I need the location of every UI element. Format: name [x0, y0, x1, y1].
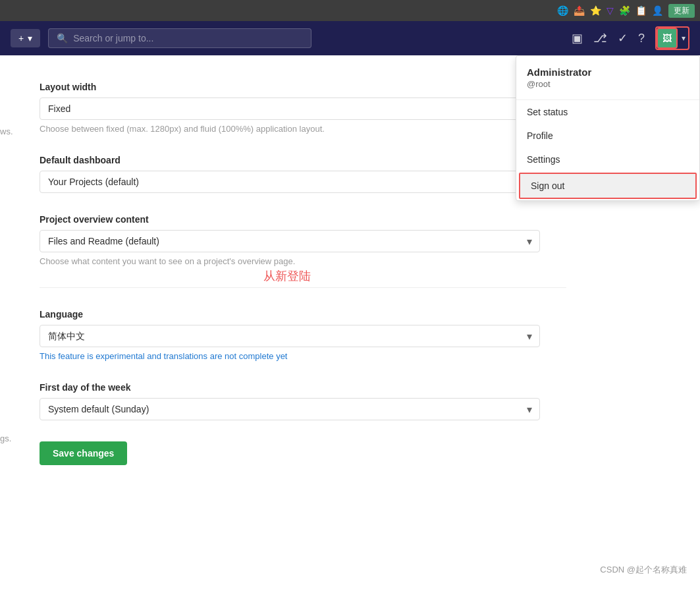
browser-bar: 🌐 📤 ⭐ ▽ 🧩 📋 👤 更新: [0, 0, 700, 21]
browser-icon-viber[interactable]: ▽: [606, 5, 614, 16]
language-label: Language: [40, 309, 660, 320]
merge-requests-icon[interactable]: ⎇: [593, 31, 607, 45]
first-day-select[interactable]: System default (Sunday): [40, 398, 540, 420]
dropdown-handle: @root: [527, 79, 689, 89]
left-edge-ws: ws.: [0, 126, 13, 136]
dropdown-username: Administrator: [527, 67, 689, 78]
issues-icon[interactable]: ▣: [572, 31, 583, 45]
dropdown-settings[interactable]: Settings: [516, 148, 699, 171]
language-select[interactable]: 简体中文: [40, 325, 540, 347]
browser-icon-translate[interactable]: 🌐: [557, 5, 568, 16]
project-overview-select-wrapper: Files and Readme (default) ▾: [40, 230, 540, 252]
section-divider: [40, 287, 566, 288]
todos-icon[interactable]: ✓: [618, 31, 628, 45]
default-dashboard-select[interactable]: Your Projects (default): [40, 171, 540, 193]
save-changes-button[interactable]: Save changes: [40, 441, 127, 465]
search-placeholder: Search or jump to...: [73, 33, 153, 43]
layout-width-input[interactable]: [40, 98, 540, 120]
default-dashboard-select-wrapper: Your Projects (default) ▾: [40, 171, 540, 193]
chinese-annotation: 从新登陆: [263, 268, 311, 284]
dropdown-header: Administrator @root: [516, 56, 699, 100]
dropdown-profile[interactable]: Profile: [516, 124, 699, 148]
language-select-wrapper: 简体中文 ▾: [40, 325, 540, 347]
first-day-label: First day of the week: [40, 382, 660, 393]
new-item-caret: ▾: [28, 33, 32, 43]
language-section: Language 简体中文 ▾ This feature is experime…: [40, 309, 660, 361]
user-dropdown: Administrator @root Set status Profile S…: [516, 55, 700, 201]
first-day-select-wrapper: System default (Sunday) ▾: [40, 398, 540, 420]
new-item-button[interactable]: + ▾: [11, 29, 40, 47]
watermark: CSDN @起个名称真难: [600, 564, 687, 576]
search-icon: 🔍: [57, 33, 68, 43]
avatar-button[interactable]: 🖼: [657, 28, 678, 49]
language-hint: This feature is experimental and transla…: [40, 351, 660, 361]
plus-icon: +: [18, 33, 24, 43]
left-edge-gs: gs.: [0, 434, 11, 443]
browser-icon-tab[interactable]: 📋: [635, 5, 647, 16]
help-icon[interactable]: ?: [638, 32, 645, 45]
browser-update-button[interactable]: 更新: [668, 4, 695, 18]
avatar-dropdown-wrapper[interactable]: 🖼 ▾: [655, 26, 689, 50]
project-overview-label: Project overview content: [40, 214, 660, 225]
browser-icon-star[interactable]: ⭐: [590, 5, 601, 16]
dropdown-sign-out[interactable]: Sign out: [519, 173, 697, 199]
browser-icon-extensions[interactable]: 🧩: [619, 5, 630, 16]
avatar-caret-icon[interactable]: ▾: [679, 34, 688, 43]
gitlab-header: + ▾ 🔍 Search or jump to... ▣ ⎇ ✓ ? 🖼 ▾ A…: [0, 21, 700, 55]
project-overview-section: Project overview content Files and Readm…: [40, 214, 660, 266]
avatar-icon: 🖼: [662, 33, 672, 43]
first-day-section: First day of the week System default (Su…: [40, 382, 660, 420]
project-overview-select[interactable]: Files and Readme (default): [40, 230, 540, 252]
dropdown-set-status[interactable]: Set status: [516, 100, 699, 124]
browser-icon-share[interactable]: 📤: [574, 5, 585, 16]
project-overview-hint: Choose what content you want to see on a…: [40, 256, 660, 266]
browser-icon-profile[interactable]: 👤: [652, 5, 663, 16]
header-icons: ▣ ⎇ ✓ ? 🖼 ▾: [572, 26, 689, 50]
search-box[interactable]: 🔍 Search or jump to...: [48, 28, 311, 48]
